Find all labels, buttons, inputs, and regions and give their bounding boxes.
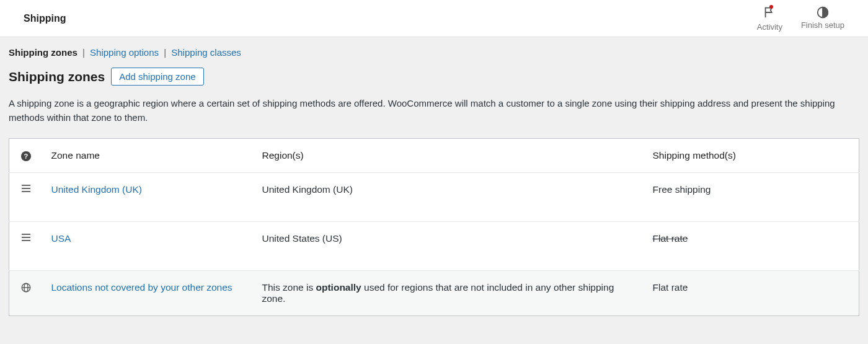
drag-handle-icon[interactable] [21,184,31,193]
subtabs: Shipping zones | Shipping options | Ship… [9,46,859,68]
zone-method: Free shipping [642,173,859,222]
section-description: A shipping zone is a geographic region w… [9,97,858,125]
table-header-row: ? Zone name Region(s) Shipping method(s) [9,139,859,173]
zone-link[interactable]: Locations not covered by your other zone… [51,282,232,293]
help-icon[interactable]: ? [21,151,31,161]
activity-button[interactable]: Activity [757,6,782,32]
page-title: Shipping [24,13,66,24]
zone-method: Flat rate [653,233,688,244]
table-row: United Kingdom (UK) United Kingdom (UK) … [9,173,859,222]
tab-shipping-options[interactable]: Shipping options [90,47,159,58]
zone-method: Flat rate [642,271,859,316]
content-area: Shipping zones | Shipping options | Ship… [0,37,868,325]
heading-row: Shipping zones Add shipping zone [9,68,859,86]
zone-region: United Kingdom (UK) [251,173,642,222]
header-method: Shipping method(s) [642,139,859,173]
half-circle-icon [816,6,830,19]
drag-handle-icon[interactable] [21,233,31,242]
header-region: Region(s) [251,139,642,173]
section-heading: Shipping zones [9,69,105,84]
table-row-fallback: Locations not covered by your other zone… [9,271,859,316]
notification-dot-icon [769,5,773,9]
globe-icon [20,282,32,293]
zone-link[interactable]: USA [51,233,71,244]
zone-region: United States (US) [251,222,642,271]
zone-region: This zone is optionally used for regions… [251,271,642,316]
topbar: Shipping Activity Finish setup [0,0,868,37]
zone-link[interactable]: United Kingdom (UK) [51,184,142,195]
shipping-zones-table: ? Zone name Region(s) Shipping method(s)… [9,138,859,316]
tab-shipping-zones[interactable]: Shipping zones [9,47,78,58]
header-zone-name: Zone name [40,139,251,173]
table-row: USA United States (US) Flat rate [9,222,859,271]
add-shipping-zone-button[interactable]: Add shipping zone [111,68,203,86]
header-help: ? [9,139,40,173]
topbar-actions: Activity Finish setup [757,6,844,32]
tab-shipping-classes[interactable]: Shipping classes [171,47,241,58]
finish-setup-label: Finish setup [801,20,844,30]
finish-setup-button[interactable]: Finish setup [801,6,844,30]
activity-label: Activity [757,22,782,32]
